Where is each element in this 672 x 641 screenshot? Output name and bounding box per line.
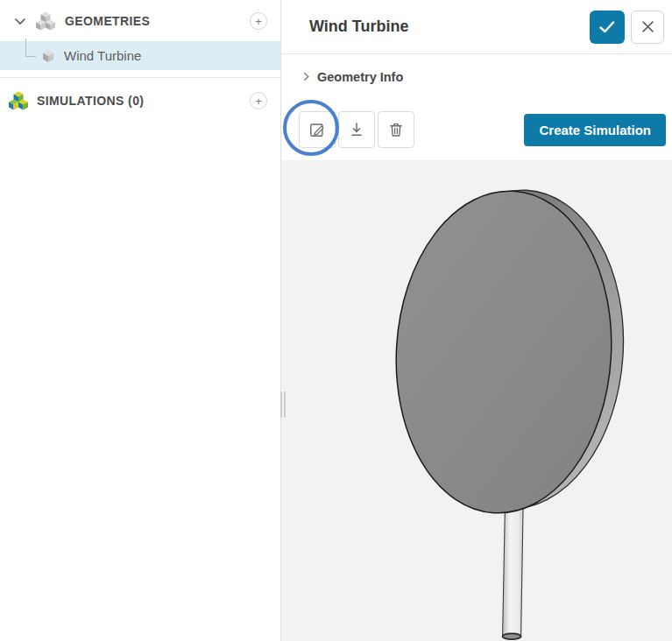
edit-pencil-icon bbox=[308, 121, 326, 138]
panel-header: Wind Turbine bbox=[281, 0, 672, 54]
edit-geometry-button[interactable] bbox=[299, 111, 336, 148]
check-icon bbox=[599, 21, 615, 33]
trash-icon bbox=[387, 121, 405, 138]
geometry-details-panel: Wind Turbine Geometry Info bbox=[280, 0, 672, 641]
close-button[interactable] bbox=[631, 11, 664, 44]
tree-connector bbox=[25, 39, 36, 57]
geometry-item-label: Wind Turbine bbox=[64, 48, 141, 63]
panel-title: Wind Turbine bbox=[309, 18, 590, 36]
simulations-cubes-icon bbox=[9, 91, 28, 110]
geometry-cube-icon bbox=[41, 49, 55, 63]
simulations-section-label: SIMULATIONS (0) bbox=[37, 94, 241, 108]
add-geometry-button[interactable]: + bbox=[250, 12, 267, 30]
geometry-info-toggle[interactable]: Geometry Info bbox=[281, 54, 672, 99]
download-geometry-button[interactable] bbox=[338, 111, 375, 148]
close-icon bbox=[642, 21, 654, 32]
rotor-disc bbox=[386, 183, 633, 520]
wind-turbine-geometry bbox=[281, 160, 672, 641]
chevron-right-icon bbox=[303, 72, 309, 81]
geometries-section-label: GEOMETRIES bbox=[65, 14, 240, 28]
geometries-cubes-icon bbox=[36, 11, 55, 31]
add-simulation-button[interactable]: + bbox=[250, 92, 267, 109]
sidebar-item-simulations[interactable]: SIMULATIONS (0) + bbox=[0, 84, 280, 117]
download-icon bbox=[348, 121, 365, 138]
chevron-down-icon[interactable] bbox=[14, 18, 26, 25]
confirm-button[interactable] bbox=[590, 11, 625, 44]
geometry-toolbar: Create Simulation bbox=[281, 99, 672, 160]
geometry-info-label: Geometry Info bbox=[317, 70, 403, 84]
delete-geometry-button[interactable] bbox=[378, 111, 414, 148]
3d-viewport[interactable] bbox=[281, 160, 672, 641]
tower-cylinder bbox=[503, 502, 524, 639]
project-tree-sidebar: GEOMETRIES + Wind Turbine bbox=[0, 0, 280, 641]
create-simulation-button[interactable]: Create Simulation bbox=[524, 114, 666, 146]
sidebar-item-wind-turbine-geometry[interactable]: Wind Turbine bbox=[0, 41, 280, 70]
sidebar-item-geometries[interactable]: GEOMETRIES + bbox=[0, 5, 280, 37]
panel-resize-handle[interactable] bbox=[280, 391, 286, 418]
sidebar-section-divider bbox=[0, 77, 280, 78]
